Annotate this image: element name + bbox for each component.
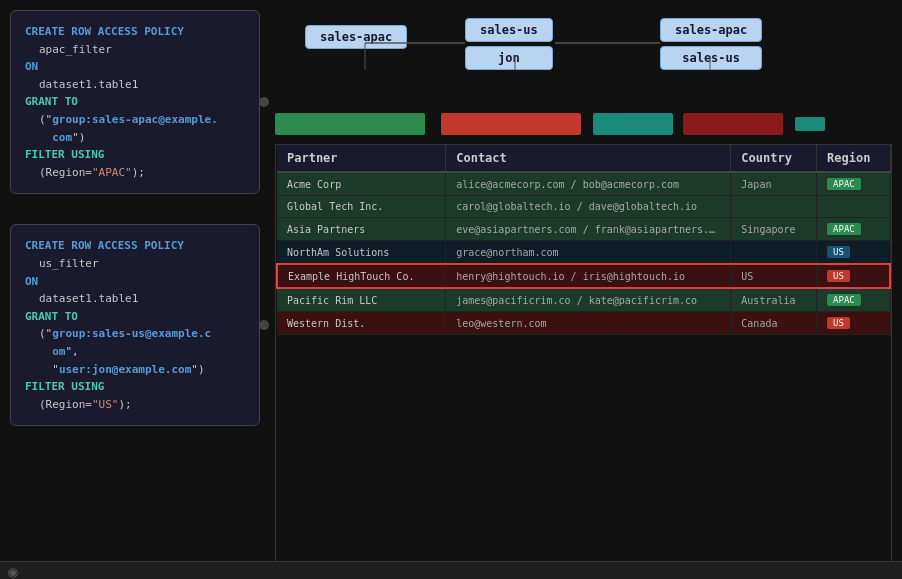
token-group-apac-us: sales-apac sales-us: [660, 18, 762, 70]
region-badge: APAC: [827, 178, 861, 190]
cell-contact: alice@acmecorp.com / bob@acmecorp.com: [446, 172, 731, 196]
left-panel: CREATE ROW ACCESS POLICY apac_filter ON …: [0, 0, 270, 579]
cell-country: Canada: [731, 312, 817, 335]
token-group-us-jon: sales-us jon: [465, 18, 553, 70]
cell-partner: Asia Partners: [277, 218, 446, 241]
region-badge: APAC: [827, 294, 861, 306]
keyword-grant: GRANT TO: [25, 95, 78, 108]
cell-partner: Global Tech Inc.: [277, 196, 446, 218]
table-row: Acme Corpalice@acmecorp.com / bob@acmeco…: [277, 172, 890, 196]
cell-country: Singapore: [731, 218, 817, 241]
token-group-apac: sales-apac: [305, 25, 407, 49]
table-row: Asia Partnerseve@asiapartners.com / fran…: [277, 218, 890, 241]
cell-country: US: [731, 264, 817, 288]
cell-region: APAC: [817, 172, 890, 196]
cell-country: [731, 196, 817, 218]
policy-name-apac: apac_filter: [25, 41, 245, 59]
connector-dot-1: [259, 97, 269, 107]
cell-region: APAC: [817, 288, 890, 312]
keyword-filter: FILTER USING: [25, 148, 104, 161]
table-row: Example HighTouch Co.henry@hightouch.io …: [277, 264, 890, 288]
table-header-row: Partner Contact Country Region: [277, 145, 890, 172]
right-panel: sales-apac sales-us jon sales-apac sales…: [270, 0, 902, 579]
bar-red-1: [441, 113, 581, 135]
grant-group-us: ("group:sales-us@example.c om", "user:jo…: [25, 325, 245, 378]
code-block-us: CREATE ROW ACCESS POLICY us_filter ON da…: [10, 224, 260, 426]
table-row: NorthAm Solutionsgrace@northam.comUS: [277, 241, 890, 265]
col-header-partner: Partner: [277, 145, 446, 172]
table-row: Western Dist.leo@western.comCanadaUS: [277, 312, 890, 335]
keyword-create-2: CREATE ROW ACCESS POLICY: [25, 239, 184, 252]
cell-partner: Example HighTouch Co.: [277, 264, 446, 288]
cell-partner: Western Dist.: [277, 312, 446, 335]
cell-region: APAC: [817, 218, 890, 241]
data-table: Partner Contact Country Region Acme Corp…: [275, 144, 892, 569]
cell-contact: carol@globaltech.io / dave@globaltech.io: [446, 196, 731, 218]
bottom-bar: ◉: [0, 561, 902, 579]
region-badge: US: [827, 270, 850, 282]
badge-sales-apac-1: sales-apac: [305, 25, 407, 49]
badge-sales-us: sales-us: [465, 18, 553, 42]
cell-region: US: [817, 241, 890, 265]
filter-expr-us: (Region="US");: [25, 396, 245, 414]
bar-green-1: [275, 113, 425, 135]
keyword-create: CREATE ROW ACCESS POLICY: [25, 25, 184, 38]
cell-partner: Pacific Rim LLC: [277, 288, 446, 312]
main-container: CREATE ROW ACCESS POLICY apac_filter ON …: [0, 0, 902, 579]
code-block-apac: CREATE ROW ACCESS POLICY apac_filter ON …: [10, 10, 260, 194]
cell-partner: Acme Corp: [277, 172, 446, 196]
bar-dark-red-1: [683, 113, 783, 135]
table-row: Pacific Rim LLCjames@pacificrim.co / kat…: [277, 288, 890, 312]
bottom-dot: ◉: [8, 561, 18, 579]
badge-sales-us-2: sales-us: [660, 46, 762, 70]
region-badge: US: [827, 246, 850, 258]
col-header-contact: Contact: [446, 145, 731, 172]
region-badge: APAC: [827, 223, 861, 235]
cell-country: Japan: [731, 172, 817, 196]
grant-group: ("group:sales-apac@example. com"): [25, 111, 245, 146]
table-row: Global Tech Inc.carol@globaltech.io / da…: [277, 196, 890, 218]
policy-name-us: us_filter: [25, 255, 245, 273]
cell-country: [731, 241, 817, 265]
keyword-filter-2: FILTER USING: [25, 380, 104, 393]
bars-area: [275, 110, 892, 138]
filter-expr-apac: (Region="APAC");: [25, 164, 245, 182]
cell-contact: eve@asiapartners.com / frank@asiapartner…: [446, 218, 731, 241]
connector-lines: [275, 10, 892, 100]
cell-partner: NorthAm Solutions: [277, 241, 446, 265]
cell-contact: leo@western.com: [446, 312, 731, 335]
table-ref-1: dataset1.table1: [25, 76, 245, 94]
region-badge: US: [827, 317, 850, 329]
keyword-grant-2: GRANT TO: [25, 310, 78, 323]
col-header-country: Country: [731, 145, 817, 172]
tokens-area: sales-apac sales-us jon sales-apac sales…: [275, 10, 892, 100]
keyword-on-2: ON: [25, 275, 38, 288]
bar-teal-2: [795, 117, 825, 131]
cell-contact: henry@hightouch.io / iris@hightouch.io: [446, 264, 731, 288]
connector-dot-2: [259, 320, 269, 330]
table-ref-2: dataset1.table1: [25, 290, 245, 308]
cell-region: [817, 196, 890, 218]
badge-jon: jon: [465, 46, 553, 70]
cell-region: US: [817, 312, 890, 335]
cell-region: US: [817, 264, 890, 288]
cell-country: Australia: [731, 288, 817, 312]
cell-contact: grace@northam.com: [446, 241, 731, 265]
keyword-on: ON: [25, 60, 38, 73]
badge-sales-apac-2: sales-apac: [660, 18, 762, 42]
cell-contact: james@pacificrim.co / kate@pacificrim.co: [446, 288, 731, 312]
bar-teal-1: [593, 113, 673, 135]
col-header-region: Region: [817, 145, 890, 172]
